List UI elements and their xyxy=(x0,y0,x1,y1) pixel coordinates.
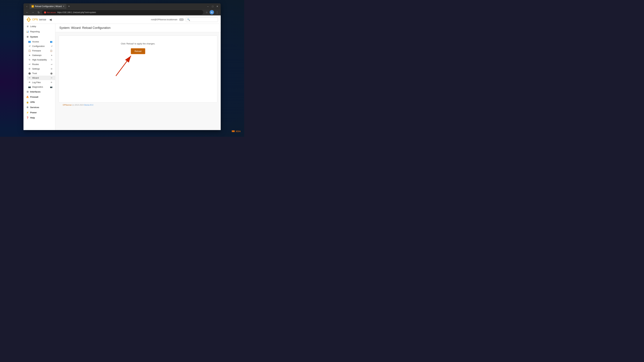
firmware-sub-icon: 📋 xyxy=(50,50,52,52)
sidebar-section-help[interactable]: ❓ Help xyxy=(24,115,55,120)
sidebar-item-lobby[interactable]: 🖥 Lobby xyxy=(24,24,55,29)
trust-label: Trust xyxy=(32,72,37,75)
lock-icon: 🔴 xyxy=(44,11,46,13)
sidebar-interfaces-label: Interfaces xyxy=(30,90,40,93)
logfiles-sub-icon: 👁 xyxy=(50,81,52,84)
profile-avatar[interactable]: A xyxy=(210,10,214,14)
sidebar-system-label: System xyxy=(30,35,38,38)
sidebar-item-ha[interactable]: ↻ High Availability ↻ xyxy=(27,57,55,62)
close-button[interactable]: ✕ xyxy=(215,4,219,8)
maximize-button[interactable]: □ xyxy=(211,4,215,8)
help-icon: ❓ xyxy=(26,116,29,119)
forward-button[interactable]: → xyxy=(30,10,35,15)
configuration-label: Configuration xyxy=(32,45,44,47)
security-indicator: 🔴 Not secure xyxy=(44,11,56,13)
config-sub-icon: ↺ xyxy=(51,45,52,47)
lobby-icon: 🖥 xyxy=(26,25,29,28)
address-bar: ← → ↻ 🔴 Not secure https://192.168.1.1/w… xyxy=(24,9,221,15)
theme-toggle-button[interactable] xyxy=(179,18,184,21)
sidebar: 🖥 Lobby 📊 Reporting ⊞ System 👥 Access 👥 xyxy=(24,24,55,130)
sidebar-power-label: Power xyxy=(30,111,37,114)
sidebar-item-diagnostics[interactable]: 📷 Diagnostics 📷 xyxy=(27,85,55,89)
access-sub-icon: 👥 xyxy=(50,40,52,43)
services-icon: ⚙ xyxy=(26,106,29,109)
app-logo: OPNsense xyxy=(26,17,46,22)
sidebar-section-vpn[interactable]: 🔒 VPN xyxy=(24,99,55,105)
back-button[interactable]: ← xyxy=(25,10,30,15)
logfiles-icon: 👁 xyxy=(28,81,31,84)
diagnostics-sub-icon: 📷 xyxy=(50,86,52,88)
sidebar-item-routes[interactable]: ⇌ Routes ⇌ xyxy=(27,62,55,66)
sidebar-section-power[interactable]: ⚡ Power xyxy=(24,110,55,115)
sidebar-firewall-label: Firewall xyxy=(30,96,38,98)
menu-button[interactable]: ⋮ xyxy=(215,10,219,15)
wizard-icon: ✏ xyxy=(28,77,31,79)
address-text: https://192.168.1.1/wizard.php?xml=syste… xyxy=(57,11,96,13)
address-bar-input[interactable]: 🔴 Not secure https://192.168.1.1/wizard.… xyxy=(42,10,203,15)
logo-sense: sense xyxy=(39,18,46,21)
sidebar-toggle-button[interactable]: ◀ xyxy=(48,17,53,22)
active-tab[interactable]: W Reload Configuration | Wizard ✕ xyxy=(30,4,66,9)
gateways-label: Gateways xyxy=(32,54,42,56)
sidebar-vpn-label: VPN xyxy=(30,101,35,103)
app-header: OPNsense ◀ root@OPNsense.localdomain 🔍 xyxy=(24,15,221,24)
vpn-icon: 🔒 xyxy=(26,101,29,103)
svg-line-3 xyxy=(116,56,131,76)
configuration-icon: ↺ xyxy=(28,45,31,47)
tab-prev-button[interactable]: ‹ xyxy=(25,4,29,8)
sidebar-item-settings[interactable]: ⚙ Settings ⚙ xyxy=(27,66,55,71)
sidebar-item-firmware[interactable]: 📋 Firmware 📋 xyxy=(27,48,55,53)
sidebar-item-logfiles[interactable]: 👁 Log Files 👁 xyxy=(27,80,55,85)
sidebar-item-access[interactable]: 👥 Access 👥 xyxy=(27,39,55,44)
access-icon: 👥 xyxy=(28,40,31,43)
tab-title: Reload Configuration | Wizard xyxy=(35,5,62,7)
app-body: 🖥 Lobby 📊 Reporting ⊞ System 👥 Access 👥 xyxy=(24,24,221,130)
logfiles-label: Log Files xyxy=(32,81,41,84)
sidebar-section-system[interactable]: ⊞ System xyxy=(24,34,55,39)
new-tab-button[interactable]: + xyxy=(67,5,71,8)
interfaces-icon: ⊟ xyxy=(26,90,29,93)
firewall-icon: 🔥 xyxy=(26,96,29,98)
sidebar-item-configuration[interactable]: ↺ Configuration ↺ xyxy=(27,44,55,48)
tab-close-button[interactable]: ✕ xyxy=(63,5,64,7)
logo-opn: OPN xyxy=(32,18,38,21)
not-secure-label: Not secure xyxy=(47,11,56,13)
sidebar-item-trust[interactable]: ⬤ Trust ⬤ xyxy=(27,71,55,76)
sidebar-section-firewall[interactable]: 🔥 Firewall xyxy=(24,94,55,99)
search-input[interactable] xyxy=(191,17,218,22)
wizard-sub-icon: ✏ xyxy=(51,77,52,79)
search-button[interactable]: 🔍 xyxy=(186,17,191,22)
bookmark-button[interactable]: ☆ xyxy=(204,10,209,15)
firmware-label: Firmware xyxy=(32,50,41,52)
sidebar-item-reporting[interactable]: 📊 Reporting xyxy=(24,29,55,34)
trust-sub-icon: ⬤ xyxy=(50,72,52,75)
ha-label: High Availability xyxy=(32,59,47,61)
address-actions: ☆ A ⋮ xyxy=(204,10,219,15)
main-content: System: Wizard: Reload Configuration Cli… xyxy=(55,24,221,130)
sidebar-sub-system: 👥 Access 👥 ↺ Configuration ↺ 📋 Firmware … xyxy=(24,39,55,89)
opnsense-logo-icon xyxy=(26,17,31,22)
user-info: root@OPNsense.localdomain xyxy=(151,18,178,21)
sidebar-item-gateways[interactable]: ➤ Gateways ➤ xyxy=(27,53,55,57)
sidebar-services-label: Services xyxy=(30,106,39,109)
settings-label: Settings xyxy=(32,68,40,70)
access-label: Access xyxy=(32,40,39,43)
reload-button[interactable]: Reload xyxy=(131,48,145,54)
footer-opnsense: OPNsense xyxy=(63,104,72,106)
diagnostics-icon: 📷 xyxy=(28,86,31,88)
routes-sub-icon: ⇌ xyxy=(51,63,52,65)
ha-icon: ↻ xyxy=(28,58,31,61)
sidebar-section-services[interactable]: ⚙ Services xyxy=(24,105,55,110)
sidebar-section-interfaces[interactable]: ⊟ Interfaces xyxy=(24,89,55,94)
app-container: OPNsense ◀ root@OPNsense.localdomain 🔍 🖥… xyxy=(24,15,221,130)
routes-icon: ⇌ xyxy=(28,63,31,65)
ha-sub-icon: ↻ xyxy=(51,59,52,61)
minimize-button[interactable]: – xyxy=(206,4,210,8)
reporting-icon: 📊 xyxy=(26,30,29,33)
tab-bar: ‹ W Reload Configuration | Wizard ✕ + – … xyxy=(24,3,221,9)
sidebar-item-wizard[interactable]: ✏ Wizard ✏ xyxy=(27,76,55,80)
power-icon: ⚡ xyxy=(26,111,29,114)
reload-page-button[interactable]: ↻ xyxy=(36,10,41,15)
content-area: Click 'Reload' to apply the changes. Rel… xyxy=(55,32,221,111)
settings-sub-icon: ⚙ xyxy=(51,68,52,70)
